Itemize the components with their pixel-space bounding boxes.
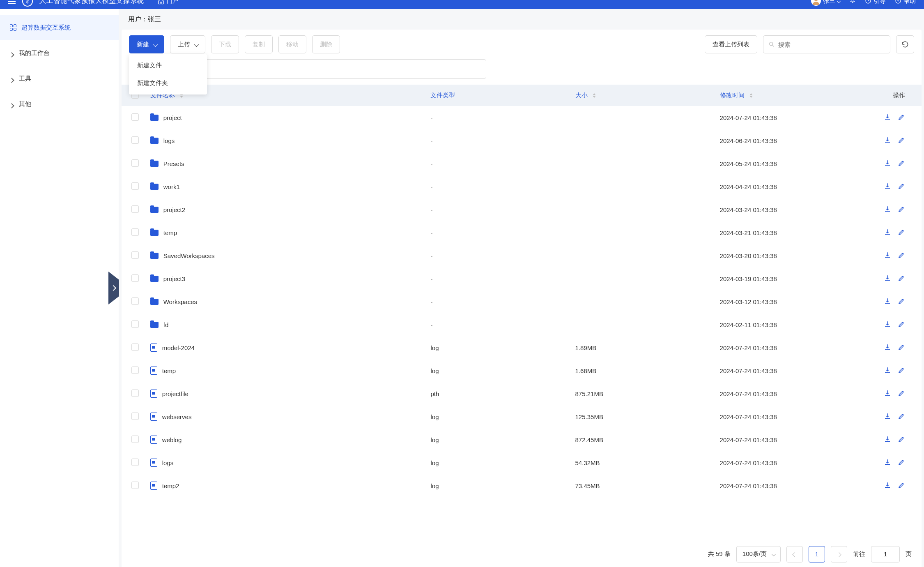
delete-button[interactable]: 删除 bbox=[312, 35, 340, 53]
file-name-cell[interactable]: project bbox=[150, 114, 423, 121]
row-checkbox[interactable] bbox=[122, 175, 146, 198]
upload-button[interactable]: 上传 bbox=[170, 35, 205, 53]
edit-row-button[interactable] bbox=[898, 459, 905, 467]
sidebar-item-data-system[interactable]: 超算数据交互系统 bbox=[0, 15, 119, 40]
row-checkbox[interactable] bbox=[122, 451, 146, 474]
hamburger-menu-icon[interactable] bbox=[8, 0, 16, 6]
file-name-cell[interactable]: project2 bbox=[150, 206, 423, 213]
download-row-button[interactable] bbox=[884, 390, 891, 398]
table-row[interactable]: project-2024-07-24 01:43:38 bbox=[122, 106, 922, 129]
row-checkbox[interactable] bbox=[122, 221, 146, 244]
download-row-button[interactable] bbox=[884, 228, 891, 237]
header-filetype[interactable]: 文件类型 bbox=[426, 85, 571, 106]
download-row-button[interactable] bbox=[884, 297, 891, 306]
user-menu[interactable]: 张三 bbox=[811, 0, 840, 6]
row-checkbox[interactable] bbox=[122, 198, 146, 221]
row-checkbox[interactable] bbox=[122, 336, 146, 359]
download-row-button[interactable] bbox=[884, 320, 891, 329]
table-row[interactable]: temp2log73.45MB2024-07-24 01:43:38 bbox=[122, 474, 922, 497]
file-name-cell[interactable]: temp bbox=[150, 229, 423, 236]
row-checkbox[interactable] bbox=[122, 267, 146, 290]
table-row[interactable]: project2-2024-03-24 01:43:38 bbox=[122, 198, 922, 221]
row-checkbox[interactable] bbox=[122, 428, 146, 451]
download-row-button[interactable] bbox=[884, 482, 891, 490]
row-checkbox[interactable] bbox=[122, 474, 146, 497]
file-name-cell[interactable]: temp bbox=[150, 366, 423, 375]
edit-row-button[interactable] bbox=[898, 413, 905, 421]
page-size-select[interactable]: 100条/页 bbox=[736, 546, 781, 562]
file-name-cell[interactable]: webserves bbox=[150, 413, 423, 421]
edit-row-button[interactable] bbox=[898, 251, 905, 260]
jump-page-input[interactable] bbox=[871, 546, 900, 562]
new-button[interactable]: 新建 bbox=[129, 35, 164, 53]
table-row[interactable]: model-2024log1.89MB2024-07-24 01:43:38 bbox=[122, 336, 922, 359]
edit-row-button[interactable] bbox=[898, 482, 905, 490]
refresh-button[interactable] bbox=[896, 35, 914, 53]
download-button[interactable]: 下载 bbox=[211, 35, 239, 53]
download-row-button[interactable] bbox=[884, 436, 891, 444]
row-checkbox[interactable] bbox=[122, 405, 146, 428]
table-row[interactable]: projectfilepth875.21MB2024-07-24 01:43:3… bbox=[122, 382, 922, 405]
edit-row-button[interactable] bbox=[898, 274, 905, 283]
guide-button[interactable]: 引导 bbox=[865, 0, 886, 5]
file-name-cell[interactable]: fd bbox=[150, 321, 423, 328]
help-button[interactable]: ? 帮助 bbox=[895, 0, 916, 5]
portal-link[interactable]: 门户 bbox=[158, 0, 178, 5]
search-input[interactable] bbox=[778, 41, 885, 48]
row-checkbox[interactable] bbox=[122, 244, 146, 267]
edit-row-button[interactable] bbox=[898, 390, 905, 398]
sidebar-item-workspace[interactable]: 我的工作台 bbox=[0, 40, 119, 66]
file-name-cell[interactable]: project3 bbox=[150, 275, 423, 282]
table-row[interactable]: work1-2024-04-24 01:43:38 bbox=[122, 175, 922, 198]
file-name-cell[interactable]: Presets bbox=[150, 160, 423, 167]
header-size[interactable]: 大小 bbox=[571, 85, 716, 106]
edit-row-button[interactable] bbox=[898, 297, 905, 306]
edit-row-button[interactable] bbox=[898, 159, 905, 168]
table-row[interactable]: logslog54.32MB2024-07-24 01:43:38 bbox=[122, 451, 922, 474]
sidebar-item-tools[interactable]: 工具 bbox=[0, 66, 119, 91]
file-name-cell[interactable]: logs bbox=[150, 459, 423, 467]
file-name-cell[interactable]: work1 bbox=[150, 183, 423, 190]
file-name-cell[interactable]: projectfile bbox=[150, 390, 423, 398]
notification-button[interactable] bbox=[849, 0, 856, 4]
download-row-button[interactable] bbox=[884, 459, 891, 467]
file-name-cell[interactable]: temp2 bbox=[150, 482, 423, 490]
download-row-button[interactable] bbox=[884, 182, 891, 191]
dropdown-new-folder[interactable]: 新建文件夹 bbox=[129, 74, 207, 92]
download-row-button[interactable] bbox=[884, 136, 891, 145]
table-row[interactable]: Presets-2024-05-24 01:43:38 bbox=[122, 152, 922, 175]
download-row-button[interactable] bbox=[884, 251, 891, 260]
download-row-button[interactable] bbox=[884, 113, 891, 122]
table-row[interactable]: fd-2024-02-11 01:43:38 bbox=[122, 313, 922, 336]
row-checkbox[interactable] bbox=[122, 106, 146, 129]
file-name-cell[interactable]: Workspaces bbox=[150, 298, 423, 305]
download-row-button[interactable] bbox=[884, 413, 891, 421]
download-row-button[interactable] bbox=[884, 274, 891, 283]
header-modified[interactable]: 修改时间 bbox=[716, 85, 865, 106]
table-row[interactable]: project3-2024-03-19 01:43:38 bbox=[122, 267, 922, 290]
search-box[interactable] bbox=[763, 35, 890, 53]
file-name-cell[interactable]: SavedWorkspaces bbox=[150, 252, 423, 259]
download-row-button[interactable] bbox=[884, 205, 891, 214]
copy-button[interactable]: 复制 bbox=[245, 35, 273, 53]
table-row[interactable]: webserveslog125.35MB2024-07-24 01:43:38 bbox=[122, 405, 922, 428]
row-checkbox[interactable] bbox=[122, 382, 146, 405]
table-row[interactable]: Workspaces-2024-03-12 01:43:38 bbox=[122, 290, 922, 313]
table-row[interactable]: logs-2024-06-24 01:43:38 bbox=[122, 129, 922, 152]
row-checkbox[interactable] bbox=[122, 290, 146, 313]
table-row[interactable]: SavedWorkspaces-2024-03-20 01:43:38 bbox=[122, 244, 922, 267]
edit-row-button[interactable] bbox=[898, 136, 905, 145]
edit-row-button[interactable] bbox=[898, 320, 905, 329]
row-checkbox[interactable] bbox=[122, 129, 146, 152]
edit-row-button[interactable] bbox=[898, 366, 905, 375]
table-row[interactable]: webloglog872.45MB2024-07-24 01:43:38 bbox=[122, 428, 922, 451]
dropdown-new-file[interactable]: 新建文件 bbox=[129, 57, 207, 74]
edit-row-button[interactable] bbox=[898, 343, 905, 352]
edit-row-button[interactable] bbox=[898, 113, 905, 122]
prev-page-button[interactable] bbox=[786, 546, 803, 562]
file-name-cell[interactable]: weblog bbox=[150, 436, 423, 444]
sidebar-item-other[interactable]: 其他 bbox=[0, 91, 119, 117]
edit-row-button[interactable] bbox=[898, 436, 905, 444]
row-checkbox[interactable] bbox=[122, 359, 146, 382]
move-button[interactable]: 移动 bbox=[278, 35, 306, 53]
